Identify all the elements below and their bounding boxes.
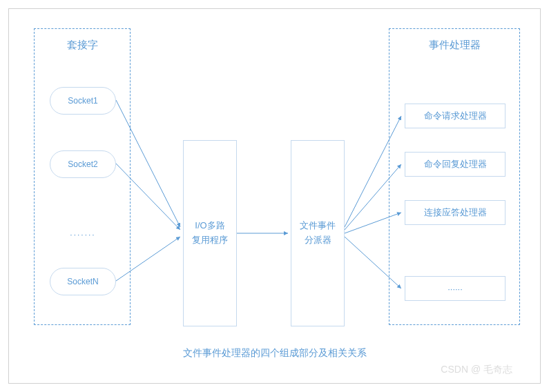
socket-node: Socket2 <box>50 150 116 178</box>
handler-box: 连接应答处理器 <box>405 200 505 225</box>
handler-box: 命令回复处理器 <box>405 152 505 177</box>
box-label: I/O多路 <box>195 219 224 233</box>
handlers-title: 事件处理器 <box>389 39 519 52</box>
watermark-text: CSDN @ 毛奇志 <box>441 364 512 376</box>
sockets-group: 套接字 Socket1 Socket2 ······· SocketN <box>34 28 131 325</box>
handler-box: 命令请求处理器 <box>405 104 505 128</box>
diagram-frame: 套接字 Socket1 Socket2 ······· SocketN I/O多… <box>8 8 541 384</box>
sockets-title: 套接字 <box>35 39 130 52</box>
diagram-caption: 文件事件处理器的四个组成部分及相关关系 <box>9 347 540 360</box>
handler-box: ······ <box>405 276 505 301</box>
socket-node: Socket1 <box>50 87 116 115</box>
box-label: 文件事件 <box>300 219 336 233</box>
handlers-group: 事件处理器 命令请求处理器 命令回复处理器 连接应答处理器 ······ <box>389 28 520 325</box>
box-label: 复用程序 <box>192 233 228 248</box>
socket-node: SocketN <box>50 268 116 295</box>
event-dispatcher-box: 文件事件 分派器 <box>291 140 345 326</box>
box-label: 分派器 <box>305 233 331 248</box>
ellipsis: ······· <box>50 221 116 248</box>
io-multiplexer-box: I/O多路 复用程序 <box>183 140 237 326</box>
